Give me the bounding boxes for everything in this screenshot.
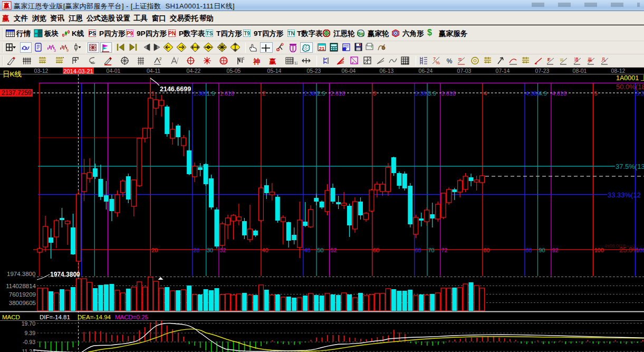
svg-text:76019209: 76019209 — [9, 291, 36, 298]
svg-text:1: 1 — [151, 90, 155, 97]
svg-text:3.618: 3.618 — [441, 90, 456, 97]
svg-text:32: 32 — [220, 247, 226, 253]
svg-text:70: 70 — [428, 247, 435, 253]
svg-text:2146.6699: 2146.6699 — [160, 85, 191, 93]
svg-text:123: 123 — [294, 61, 297, 65]
svg-text:-0.93: -0.93 — [23, 339, 35, 345]
svg-text:21: 21 — [319, 45, 325, 51]
svg-text:2.618: 2.618 — [331, 90, 345, 97]
svg-text:PN: PN — [168, 31, 176, 36]
svg-text:07-14: 07-14 — [496, 68, 510, 74]
svg-text:4.5: 4.5 — [539, 90, 547, 97]
svg-text:日K线: 日K线 — [3, 70, 22, 78]
svg-text:TN: TN — [287, 31, 294, 36]
svg-text:06-13: 06-13 — [380, 68, 394, 74]
svg-text:19.70: 19.70 — [22, 320, 35, 327]
svg-text:%: % — [436, 60, 440, 65]
svg-text:08-01: 08-01 — [573, 68, 587, 74]
svg-text:20: 20 — [151, 247, 158, 253]
svg-text:5.382: 5.382 — [636, 90, 644, 97]
svg-text:PS: PS — [89, 31, 96, 36]
svg-text:4.382: 4.382 — [526, 90, 541, 97]
svg-text:2: 2 — [262, 90, 265, 97]
svg-text:2.382: 2.382 — [304, 90, 319, 97]
svg-text:T9: T9 — [244, 31, 250, 36]
svg-text:赢: 赢 — [588, 57, 592, 62]
svg-text:05-05: 05-05 — [227, 68, 241, 74]
svg-text:50.0%(18: 50.0%(18 — [616, 83, 644, 91]
svg-text:2014-03-21: 2014-03-21 — [63, 68, 93, 74]
svg-text:%: % — [447, 58, 453, 65]
svg-text:1974.3800: 1974.3800 — [50, 271, 80, 278]
svg-text:3: 3 — [54, 49, 56, 52]
svg-text:神: 神 — [253, 58, 261, 65]
svg-text:4s08.0(18--.--): 4s08.0(18--.--) — [604, 243, 635, 249]
svg-text:Big: Big — [357, 31, 364, 36]
svg-text:4: 4 — [484, 90, 487, 97]
svg-text:92: 92 — [552, 247, 559, 253]
svg-text:30: 30 — [207, 247, 213, 253]
svg-text:90: 90 — [539, 247, 545, 253]
svg-text:04-01: 04-01 — [107, 68, 121, 74]
svg-text:1A0001 上证指: 1A0001 上证指 — [616, 74, 644, 82]
svg-text:赢: 赢 — [2, 14, 9, 22]
svg-text:P9: P9 — [127, 31, 133, 36]
svg-text:06-24: 06-24 — [419, 68, 433, 74]
svg-text:06-04: 06-04 — [342, 68, 356, 74]
svg-text:05-14: 05-14 — [267, 68, 282, 74]
svg-text:1.382: 1.382 — [194, 90, 208, 97]
svg-text:52: 52 — [331, 247, 337, 253]
svg-text:赢: 赢 — [3, 2, 10, 9]
svg-text:28: 28 — [194, 247, 200, 253]
svg-text:60: 60 — [373, 247, 379, 253]
svg-text:03-12: 03-12 — [34, 68, 49, 74]
svg-text:3.5: 3.5 — [428, 90, 436, 97]
svg-text:退: 退 — [574, 57, 579, 62]
svg-text:05-23: 05-23 — [307, 68, 321, 74]
svg-text:2.5: 2.5 — [318, 90, 325, 97]
svg-text:37.5%(13: 37.5%(13 — [616, 163, 644, 170]
svg-text:100: 100 — [594, 247, 604, 253]
svg-text:50: 50 — [318, 247, 324, 253]
svg-text:07-03: 07-03 — [457, 68, 472, 74]
svg-text:1.618: 1.618 — [220, 90, 235, 97]
svg-text:DEA=-14.94: DEA=-14.94 — [78, 314, 111, 320]
svg-text:9: 9 — [66, 49, 69, 52]
svg-text:80: 80 — [484, 247, 490, 253]
svg-text:F: F — [547, 57, 551, 62]
svg-text:88: 88 — [526, 247, 532, 253]
svg-text:-11.24: -11.24 — [20, 348, 35, 352]
svg-text:9.39: 9.39 — [25, 330, 36, 336]
svg-text:DIF=-14.81: DIF=-14.81 — [40, 314, 70, 320]
svg-text:2: 2 — [159, 56, 162, 61]
svg-text:凡: 凡 — [601, 57, 606, 62]
svg-text:38009605: 38009605 — [9, 300, 36, 306]
svg-text:3.382: 3.382 — [415, 90, 430, 97]
svg-text:MACD: MACD — [2, 314, 20, 320]
svg-text:04-22: 04-22 — [187, 68, 201, 74]
svg-text:1.5: 1.5 — [207, 90, 215, 97]
svg-text:TS: TS — [206, 31, 213, 36]
svg-text:4.618: 4.618 — [552, 90, 567, 97]
svg-text:3: 3 — [373, 90, 376, 97]
svg-text:72: 72 — [441, 247, 448, 253]
svg-text:40: 40 — [262, 247, 268, 253]
svg-text:2137.7259: 2137.7259 — [2, 89, 32, 97]
svg-text:114028814: 114028814 — [6, 283, 36, 289]
svg-text:68: 68 — [415, 247, 421, 253]
svg-text:04-11: 04-11 — [147, 68, 160, 74]
svg-text:33.33%(12: 33.33%(12 — [608, 191, 641, 199]
svg-text:5: 5 — [594, 90, 598, 97]
svg-text:48: 48 — [304, 247, 311, 253]
svg-text:MACD=0.25: MACD=0.25 — [115, 314, 148, 320]
svg-text:07-23: 07-23 — [535, 68, 550, 74]
svg-text:1974.3800: 1974.3800 — [7, 271, 35, 277]
svg-text:赢: 赢 — [269, 58, 276, 65]
svg-text:08-12: 08-12 — [611, 68, 626, 74]
